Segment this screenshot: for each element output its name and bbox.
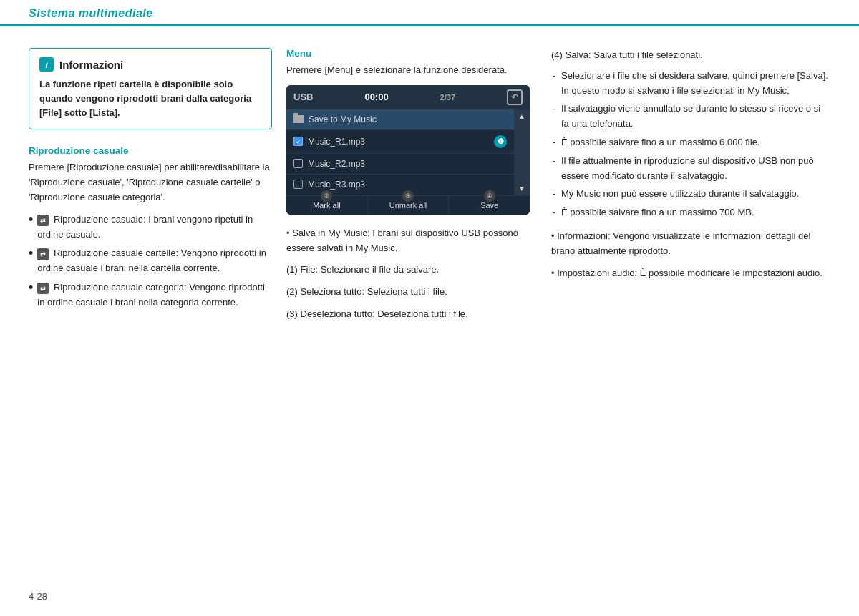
salva-item-2: (2) Seleziona tutto: Seleziona tutti i f… xyxy=(286,285,537,300)
mark-all-btn[interactable]: ② Mark all xyxy=(286,196,368,215)
screen-row-4: Music_R3.mp3 xyxy=(286,175,514,195)
random-intro: Premere [Riproduzione casuale] per abili… xyxy=(29,160,272,205)
row4-text: Music_R3.mp3 xyxy=(308,180,365,190)
screen-row-3: Music_R2.mp3 xyxy=(286,154,514,175)
bullet-dot: • xyxy=(29,280,33,296)
screen-row-2: ✓ Music_R1.mp3 ❶ xyxy=(286,130,514,154)
random-section-title: Riproduzione casuale xyxy=(29,145,272,156)
mid-column: Menu Premere [Menu] e selezionare la fun… xyxy=(286,48,551,329)
screen-row-1: Save to My Music xyxy=(286,109,514,130)
list-item: • ⇄ Riproduzione casuale: I brani vengon… xyxy=(29,212,272,243)
screen-rows-area: Save to My Music ✓ Music_R1.mp3 ❶ xyxy=(286,109,514,195)
menu-section-title: Menu xyxy=(286,48,537,59)
info-icon: i xyxy=(39,57,54,72)
row2-left: ✓ Music_R1.mp3 xyxy=(293,137,365,147)
extra-bullet-2: • Impostazioni audio: È possibile modifi… xyxy=(551,266,830,281)
menu-intro: Premere [Menu] e selezionare la funzione… xyxy=(286,63,537,78)
row3-left: Music_R2.mp3 xyxy=(293,159,365,169)
salva-item-3: (3) Deseleziona tutto: Deseleziona tutti… xyxy=(286,307,537,322)
row3-text: Music_R2.mp3 xyxy=(308,159,365,169)
folder-icon xyxy=(293,115,304,123)
bullet-icon-shuffle3: ⇄ Riproduzione casuale categoria: Vengon… xyxy=(37,280,272,311)
extra-bullet-1: • Informazioni: Vengono visualizzate le … xyxy=(551,229,830,259)
bullet-dot: • xyxy=(29,246,33,262)
save-btn[interactable]: ④ Save xyxy=(449,196,530,215)
scroll-down[interactable]: ▼ xyxy=(518,185,525,192)
list-item: • ⇄ Riproduzione casuale categoria: Veng… xyxy=(29,280,272,311)
info-box-header: i Informazioni xyxy=(39,57,261,72)
scroll-up[interactable]: ▲ xyxy=(518,112,525,120)
list-item: • ⇄ Riproduzione casuale cartelle: Vengo… xyxy=(29,246,272,276)
checkbox-unchecked xyxy=(293,159,303,168)
sub-bullet-5: My Music non può essere utilizzato duran… xyxy=(561,187,830,202)
sub-bullet-1: Selezionare i file che si desidera salva… xyxy=(561,69,830,99)
bullet-dot: • xyxy=(29,212,33,228)
badge-1: ❶ xyxy=(494,135,507,148)
screen-rows: Save to My Music ✓ Music_R1.mp3 ❶ xyxy=(286,109,530,195)
row2-text: Music_R1.mp3 xyxy=(308,137,365,147)
row4-left: Music_R3.mp3 xyxy=(293,180,365,190)
salva-intro: • Salva in My Music: I brani sul disposi… xyxy=(286,226,537,256)
page-header: Sistema multimediale xyxy=(0,0,859,26)
scroll-arrows: ▲ ▼ xyxy=(514,109,530,195)
bullet-icon-shuffle2: ⇄ Riproduzione casuale cartelle: Vengono… xyxy=(37,246,272,276)
screen-source: USB xyxy=(293,92,313,102)
random-bullets: • ⇄ Riproduzione casuale: I brani vengon… xyxy=(29,212,272,311)
screen-count: 2/37 xyxy=(440,93,455,102)
info-box: i Informazioni La funzione ripeti cartel… xyxy=(29,48,272,129)
bullet-icon-shuffle1: ⇄ Riproduzione casuale: I brani vengono … xyxy=(37,212,272,243)
content-area: i Informazioni La funzione ripeti cartel… xyxy=(0,26,859,351)
btn-num-4: ④ xyxy=(484,190,495,202)
btn-num-2: ② xyxy=(321,190,332,202)
page-number: 4-28 xyxy=(29,591,47,602)
info-box-title: Informazioni xyxy=(59,59,123,71)
bottom-bar: ② Mark all ③ Unmark all ④ Save xyxy=(286,195,530,215)
sub-bullet-6: È possibile salvare fino a un massimo 70… xyxy=(561,205,830,220)
back-icon[interactable]: ↶ xyxy=(507,89,523,105)
screen-header: USB 00:00 2/37 ↶ xyxy=(286,85,530,109)
sub-bullet-4: Il file attualmente in riproduzione sul … xyxy=(561,154,830,184)
checkbox-unchecked-2 xyxy=(293,180,303,189)
screen-time: 00:00 xyxy=(364,92,388,102)
salva-item-1: (1) File: Selezionare il file da salvare… xyxy=(286,263,537,278)
unmark-all-btn[interactable]: ③ Unmark all xyxy=(368,196,450,215)
sub-bullet-3: È possibile salvare fino a un massimo 6.… xyxy=(561,135,830,150)
info-box-text: La funzione ripeti cartella è disponibil… xyxy=(39,77,261,120)
left-column: i Informazioni La funzione ripeti cartel… xyxy=(29,48,286,329)
row1-left: Save to My Music xyxy=(293,114,377,124)
checkbox-checked: ✓ xyxy=(293,137,303,146)
page-title: Sistema multimediale xyxy=(29,7,153,19)
item4-label: (4) Salva: Salva tutti i file selezionat… xyxy=(551,48,830,63)
right-column: (4) Salva: Salva tutti i file selezionat… xyxy=(551,48,830,329)
btn-num-3: ③ xyxy=(402,190,414,202)
sub-bullet-2: Il salvataggio viene annullato se durant… xyxy=(561,102,830,132)
row1-text: Save to My Music xyxy=(309,114,377,124)
ui-screen: USB 00:00 2/37 ↶ Save to My Music xyxy=(286,85,530,215)
